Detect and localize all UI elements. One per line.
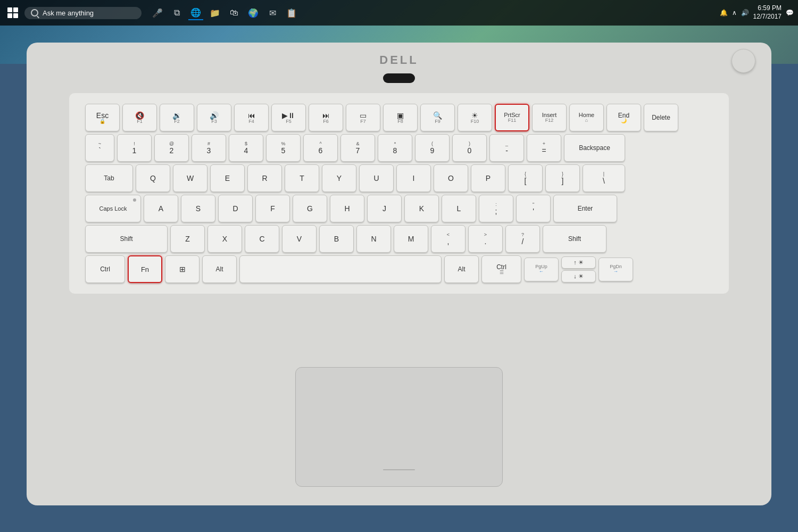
taskbar-taskview-icon[interactable]: ⧉ — [169, 5, 184, 20]
key-m[interactable]: M — [394, 225, 428, 253]
taskbar-cortana-icon[interactable]: 🎤 — [150, 5, 165, 20]
key-x[interactable]: X — [207, 225, 242, 253]
key-f1[interactable]: 🔇 F1 — [122, 104, 157, 131]
key-backtick[interactable]: ~ ` — [85, 134, 114, 162]
windows-start-button[interactable] — [4, 4, 21, 21]
key-f[interactable]: F — [255, 195, 290, 222]
key-e[interactable]: E — [210, 164, 245, 192]
taskbar-browser2-icon[interactable]: 🌍 — [246, 5, 261, 20]
key-period[interactable]: > . — [468, 225, 503, 253]
key-open-bracket[interactable]: { [ — [508, 164, 543, 192]
key-y[interactable]: Y — [322, 164, 356, 192]
key-fn[interactable]: Fn — [128, 255, 162, 283]
taskbar-edge-icon[interactable]: 🌐 — [188, 5, 203, 20]
key-c[interactable]: C — [245, 225, 279, 253]
key-f4[interactable]: ⏮ F4 — [234, 104, 269, 131]
key-a[interactable]: A — [144, 195, 178, 222]
key-f6[interactable]: ⏭ F6 — [309, 104, 343, 131]
key-v[interactable]: V — [282, 225, 317, 253]
key-0[interactable]: ) 0 — [452, 134, 487, 162]
key-z[interactable]: Z — [170, 225, 205, 253]
key-f3[interactable]: 🔊 F3 — [197, 104, 231, 131]
key-f8[interactable]: ▣ F8 — [383, 104, 418, 131]
key-left-shift[interactable]: Shift — [85, 225, 168, 253]
key-p[interactable]: P — [471, 164, 505, 192]
key-f9[interactable]: 🔍 F9 — [420, 104, 455, 131]
key-q[interactable]: Q — [136, 164, 170, 192]
key-2[interactable]: @ 2 — [154, 134, 189, 162]
key-n[interactable]: N — [356, 225, 391, 253]
key-spacebar[interactable] — [239, 255, 442, 283]
key-9[interactable]: ( 9 — [415, 134, 450, 162]
key-slash[interactable]: ? / — [505, 225, 540, 253]
key-f2[interactable]: 🔉 F2 — [160, 104, 194, 131]
key-windows[interactable]: ⊞ — [165, 255, 200, 283]
key-right-shift[interactable]: Shift — [543, 225, 606, 253]
key-pgdn[interactable]: PgDn → — [598, 257, 633, 281]
key-i[interactable]: I — [396, 164, 431, 192]
key-end[interactable]: End 🌙 — [606, 104, 641, 131]
key-backspace[interactable]: Backspace — [564, 134, 625, 162]
key-g[interactable]: G — [293, 195, 327, 222]
taskbar-search[interactable]: Ask me anything — [24, 7, 142, 19]
key-home[interactable]: Home ⌂ — [569, 104, 604, 131]
key-f10[interactable]: ☀ F10 — [458, 104, 492, 131]
key-7[interactable]: & 7 — [340, 134, 375, 162]
key-comma[interactable]: < , — [431, 225, 466, 253]
key-equals[interactable]: + = — [527, 134, 561, 162]
key-minus[interactable]: _ - — [489, 134, 524, 162]
taskbar-store-icon[interactable]: 🛍 — [227, 5, 242, 20]
key-esc[interactable]: Esc 🔒 — [85, 104, 120, 131]
trackpad[interactable] — [295, 367, 503, 487]
key-l[interactable]: L — [442, 195, 476, 222]
key-8[interactable]: * 8 — [378, 134, 412, 162]
key-right-ctrl[interactable]: Ctrl ☰ — [481, 255, 521, 283]
key-k[interactable]: K — [404, 195, 439, 222]
key-pgup[interactable]: PgUp ← — [524, 257, 559, 281]
key-left-ctrl[interactable]: Ctrl — [85, 255, 125, 283]
key-o[interactable]: O — [434, 164, 468, 192]
key-u[interactable]: U — [359, 164, 394, 192]
key-quote[interactable]: " ' — [516, 195, 551, 222]
key-capslock[interactable]: Caps Lock — [85, 195, 141, 222]
key-up[interactable]: ↑ ☀ — [561, 256, 596, 269]
key-f7[interactable]: ▭ F7 — [346, 104, 380, 131]
key-3[interactable]: # 3 — [192, 134, 226, 162]
key-f5[interactable]: ▶⏸ F5 — [271, 104, 306, 131]
search-label: Ask me anything — [43, 9, 94, 17]
key-backslash[interactable]: | \ — [583, 164, 625, 192]
taskbar-explorer-icon[interactable]: 📁 — [207, 5, 222, 20]
key-h[interactable]: H — [330, 195, 364, 222]
key-4[interactable]: $ 4 — [229, 134, 263, 162]
key-insert-f12[interactable]: Insert F12 — [532, 104, 567, 131]
taskbar-mail-icon[interactable]: ✉ — [265, 5, 280, 20]
key-left-alt[interactable]: Alt — [202, 255, 237, 283]
key-1[interactable]: ! 1 — [117, 134, 152, 162]
key-close-bracket[interactable]: } ] — [545, 164, 580, 192]
taskbar-app-icon[interactable]: 📋 — [284, 5, 299, 20]
key-b[interactable]: B — [319, 225, 354, 253]
key-w[interactable]: W — [173, 164, 207, 192]
taskbar-volume-icon: 🔊 — [741, 9, 749, 16]
key-semicolon[interactable]: : ; — [479, 195, 513, 222]
key-delete[interactable]: Delete — [644, 104, 678, 131]
search-icon — [31, 9, 38, 16]
key-t[interactable]: T — [285, 164, 319, 192]
key-prtscr-f11[interactable]: PrtScr F11 — [495, 104, 529, 131]
key-tab[interactable]: Tab — [85, 164, 133, 192]
key-down[interactable]: ↓ ☀ — [561, 270, 596, 282]
key-r[interactable]: R — [247, 164, 282, 192]
bottom-key-row: Ctrl Fn ⊞ Alt Alt Ctrl ☰ — [85, 255, 713, 283]
key-5[interactable]: % 5 — [266, 134, 301, 162]
dell-logo: DELL — [379, 53, 418, 67]
key-enter[interactable]: Enter — [553, 195, 617, 222]
key-6[interactable]: ^ 6 — [303, 134, 338, 162]
power-button[interactable] — [732, 49, 755, 73]
key-s[interactable]: S — [181, 195, 215, 222]
key-j[interactable]: J — [367, 195, 402, 222]
key-d[interactable]: D — [218, 195, 253, 222]
taskbar-clock[interactable]: 6:59 PM 12/7/2017 — [753, 4, 782, 21]
key-right-alt[interactable]: Alt — [444, 255, 479, 283]
zxcv-key-row: Shift Z X C V B N M < , > . ? — [85, 225, 713, 253]
taskbar-notification-icon[interactable]: 💬 — [786, 9, 794, 16]
